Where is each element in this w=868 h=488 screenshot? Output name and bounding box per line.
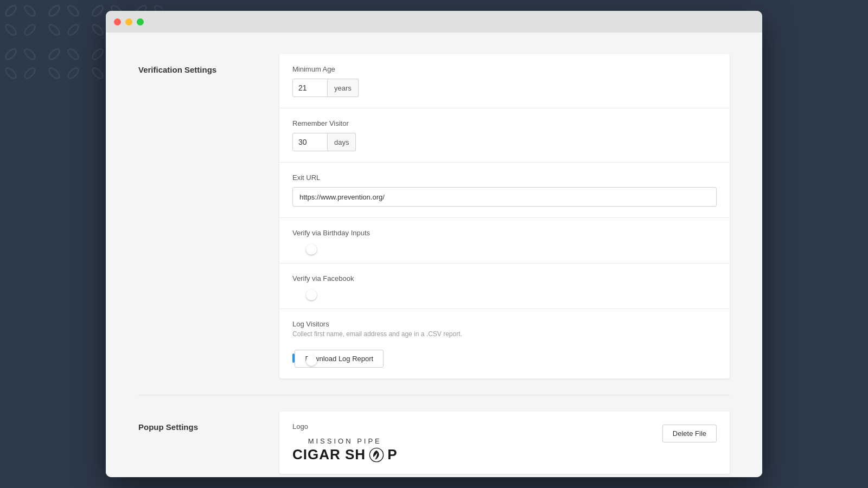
verification-settings-section: Verification Settings Minimum Age years …: [138, 54, 730, 378]
minimum-age-input-group: years: [292, 79, 717, 97]
popup-settings-title: Popup Settings: [138, 422, 258, 432]
minimum-age-input[interactable]: [292, 79, 328, 97]
popup-settings-panel: Logo MISSION PIPE CIGAR SH P: [279, 412, 730, 474]
logo-bottom-text: CIGAR SH P: [292, 446, 397, 463]
log-visitors-description: Collect first name, email address and ag…: [292, 330, 717, 338]
log-visitors-setting: Log Visitors Collect first name, email a…: [279, 309, 730, 378]
browser-window: Verification Settings Minimum Age years …: [106, 11, 762, 477]
popup-settings-label: Popup Settings: [138, 412, 258, 474]
logo-leaf-icon: [369, 447, 384, 463]
exit-url-label: Exit URL: [292, 174, 717, 182]
logo-label: Logo: [292, 422, 397, 431]
remember-visitor-input[interactable]: [292, 133, 328, 151]
logo-top-text: MISSION PIPE: [308, 437, 382, 445]
verification-settings-panel: Minimum Age years Remember Visitor days: [279, 54, 730, 378]
log-visitors-label: Log Visitors: [292, 320, 717, 328]
minimum-age-label: Minimum Age: [292, 65, 717, 73]
remember-visitor-unit: days: [328, 133, 356, 151]
verify-facebook-label: Verify via Facebook: [292, 274, 717, 282]
popup-panel-inner: Logo MISSION PIPE CIGAR SH P: [279, 412, 730, 474]
verify-birthday-setting: Verify via Birthday Inputs: [279, 218, 730, 264]
svg-point-5: [370, 448, 384, 461]
minimum-age-unit: years: [328, 79, 359, 97]
close-button[interactable]: [114, 18, 121, 25]
verify-facebook-setting: Verify via Facebook: [279, 264, 730, 309]
verification-settings-label: Verification Settings: [138, 54, 258, 378]
exit-url-input[interactable]: [292, 187, 717, 207]
title-bar: [106, 11, 762, 33]
popup-settings-section: Popup Settings Logo MISSION PIPE CIGAR S…: [138, 412, 730, 474]
maximize-button[interactable]: [137, 18, 144, 25]
exit-url-setting: Exit URL: [279, 163, 730, 218]
log-visitors-slider: [292, 354, 295, 363]
content-area: Verification Settings Minimum Age years …: [106, 33, 762, 477]
log-visitors-toggle[interactable]: [292, 354, 295, 363]
remember-visitor-setting: Remember Visitor days: [279, 108, 730, 163]
verification-settings-title: Verification Settings: [138, 65, 258, 74]
logo-image: MISSION PIPE CIGAR SH P: [292, 437, 397, 463]
logo-bottom-text-content: CIGAR SH: [292, 446, 366, 463]
section-divider: [138, 395, 730, 395]
minimum-age-setting: Minimum Age years: [279, 54, 730, 108]
minimize-button[interactable]: [125, 18, 132, 25]
logo-section: Logo MISSION PIPE CIGAR SH P: [292, 422, 397, 463]
remember-visitor-input-group: days: [292, 133, 717, 151]
remember-visitor-label: Remember Visitor: [292, 119, 717, 127]
logo-bottom-text-end: P: [387, 446, 397, 463]
delete-file-button[interactable]: Delete File: [662, 425, 717, 442]
verify-birthday-label: Verify via Birthday Inputs: [292, 229, 717, 237]
